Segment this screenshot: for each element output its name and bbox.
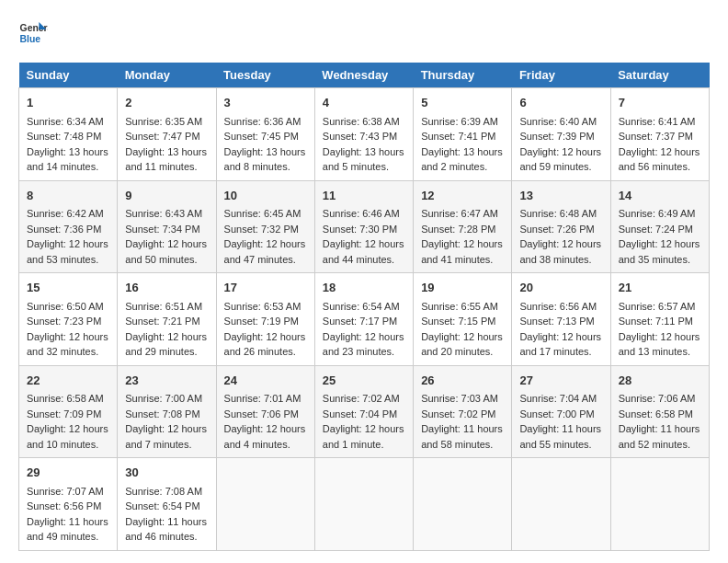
calendar-cell: 24Sunrise: 7:01 AMSunset: 7:06 PMDayligh… [216, 365, 314, 458]
daylight-text: Daylight: 12 hours and 35 minutes. [619, 238, 700, 265]
daylight-text: Daylight: 11 hours and 46 minutes. [125, 516, 207, 543]
daylight-text: Daylight: 11 hours and 49 minutes. [27, 516, 108, 543]
sunrise-text: Sunrise: 6:48 AM [519, 208, 597, 219]
daylight-text: Daylight: 11 hours and 52 minutes. [619, 423, 700, 450]
logo-icon: General Blue [18, 18, 48, 48]
day-number: 12 [421, 187, 504, 205]
day-number: 18 [323, 279, 405, 297]
calendar-cell [512, 458, 610, 551]
day-number: 19 [421, 279, 504, 297]
daylight-text: Daylight: 12 hours and 23 minutes. [323, 331, 404, 358]
sunrise-text: Sunrise: 6:41 AM [619, 116, 696, 127]
calendar-cell: 23Sunrise: 7:00 AMSunset: 7:08 PMDayligh… [118, 365, 216, 458]
day-number: 2 [125, 94, 208, 112]
week-row-5: 29Sunrise: 7:07 AMSunset: 6:56 PMDayligh… [19, 458, 710, 551]
sunset-text: Sunset: 7:48 PM [27, 131, 101, 142]
sunset-text: Sunset: 7:06 PM [224, 408, 299, 419]
calendar-cell: 28Sunrise: 7:06 AMSunset: 6:58 PMDayligh… [610, 365, 709, 458]
sunrise-text: Sunrise: 7:03 AM [421, 393, 498, 404]
day-number: 26 [421, 372, 504, 390]
daylight-text: Daylight: 13 hours and 8 minutes. [224, 146, 306, 173]
daylight-text: Daylight: 12 hours and 44 minutes. [323, 238, 404, 265]
day-number: 8 [27, 187, 109, 205]
day-header-thursday: Thursday [414, 63, 512, 88]
calendar-cell: 4Sunrise: 6:38 AMSunset: 7:43 PMDaylight… [314, 88, 413, 181]
calendar-cell: 20Sunrise: 6:56 AMSunset: 7:13 PMDayligh… [512, 273, 610, 366]
sunrise-text: Sunrise: 6:47 AM [421, 208, 498, 219]
sunrise-text: Sunrise: 6:50 AM [27, 301, 104, 312]
day-header-monday: Monday [118, 63, 216, 88]
day-number: 10 [224, 187, 307, 205]
calendar-cell: 2Sunrise: 6:35 AMSunset: 7:47 PMDaylight… [118, 88, 216, 181]
sunset-text: Sunset: 7:17 PM [323, 316, 397, 327]
calendar-cell: 6Sunrise: 6:40 AMSunset: 7:39 PMDaylight… [512, 88, 610, 181]
daylight-text: Daylight: 12 hours and 26 minutes. [224, 331, 306, 358]
calendar-cell: 30Sunrise: 7:08 AMSunset: 6:54 PMDayligh… [118, 458, 216, 551]
calendar-cell: 3Sunrise: 6:36 AMSunset: 7:45 PMDaylight… [216, 88, 314, 181]
sunset-text: Sunset: 7:47 PM [125, 131, 199, 142]
daylight-text: Daylight: 12 hours and 10 minutes. [27, 423, 108, 450]
daylight-text: Daylight: 12 hours and 4 minutes. [224, 423, 306, 450]
calendar-cell: 17Sunrise: 6:53 AMSunset: 7:19 PMDayligh… [216, 273, 314, 366]
day-number: 11 [323, 187, 405, 205]
calendar-cell [414, 458, 512, 551]
sunrise-text: Sunrise: 6:55 AM [421, 301, 498, 312]
sunset-text: Sunset: 6:54 PM [125, 500, 199, 511]
calendar-table: SundayMondayTuesdayWednesdayThursdayFrid… [18, 63, 710, 551]
day-number: 7 [619, 94, 701, 112]
daylight-text: Daylight: 12 hours and 7 minutes. [125, 423, 207, 450]
sunset-text: Sunset: 7:30 PM [323, 224, 397, 235]
sunrise-text: Sunrise: 6:42 AM [27, 208, 104, 219]
calendar-cell: 9Sunrise: 6:43 AMSunset: 7:34 PMDaylight… [118, 180, 216, 273]
sunrise-text: Sunrise: 7:07 AM [27, 486, 104, 497]
calendar-cell: 26Sunrise: 7:03 AMSunset: 7:02 PMDayligh… [414, 365, 512, 458]
sunset-text: Sunset: 7:34 PM [125, 224, 199, 235]
calendar-cell: 5Sunrise: 6:39 AMSunset: 7:41 PMDaylight… [414, 88, 512, 181]
sunrise-text: Sunrise: 6:40 AM [519, 116, 597, 127]
sunrise-text: Sunrise: 6:45 AM [224, 208, 301, 219]
sunset-text: Sunset: 7:11 PM [619, 316, 693, 327]
day-number: 30 [125, 464, 208, 482]
week-row-4: 22Sunrise: 6:58 AMSunset: 7:09 PMDayligh… [19, 365, 710, 458]
sunset-text: Sunset: 7:09 PM [27, 408, 101, 419]
sunset-text: Sunset: 7:45 PM [224, 131, 299, 142]
calendar-cell: 25Sunrise: 7:02 AMSunset: 7:04 PMDayligh… [314, 365, 413, 458]
sunrise-text: Sunrise: 7:04 AM [519, 393, 597, 404]
day-header-friday: Friday [512, 63, 610, 88]
sunrise-text: Sunrise: 7:02 AM [323, 393, 400, 404]
calendar-cell: 7Sunrise: 6:41 AMSunset: 7:37 PMDaylight… [610, 88, 709, 181]
daylight-text: Daylight: 11 hours and 58 minutes. [421, 423, 503, 450]
sunset-text: Sunset: 7:39 PM [519, 131, 594, 142]
sunrise-text: Sunrise: 7:06 AM [619, 393, 696, 404]
sunrise-text: Sunrise: 7:00 AM [125, 393, 202, 404]
daylight-text: Daylight: 12 hours and 59 minutes. [519, 146, 601, 173]
sunrise-text: Sunrise: 6:56 AM [519, 301, 597, 312]
daylight-text: Daylight: 12 hours and 38 minutes. [519, 238, 601, 265]
sunrise-text: Sunrise: 7:08 AM [125, 486, 202, 497]
sunrise-text: Sunrise: 6:43 AM [125, 208, 202, 219]
sunrise-text: Sunrise: 6:49 AM [619, 208, 696, 219]
day-number: 20 [519, 279, 602, 297]
sunset-text: Sunset: 7:02 PM [421, 408, 495, 419]
calendar-cell: 11Sunrise: 6:46 AMSunset: 7:30 PMDayligh… [314, 180, 413, 273]
daylight-text: Daylight: 12 hours and 17 minutes. [519, 331, 601, 358]
calendar-cell: 22Sunrise: 6:58 AMSunset: 7:09 PMDayligh… [19, 365, 118, 458]
day-header-wednesday: Wednesday [314, 63, 413, 88]
calendar-cell [314, 458, 413, 551]
day-number: 27 [519, 372, 602, 390]
sunrise-text: Sunrise: 6:51 AM [125, 301, 202, 312]
calendar-cell [610, 458, 709, 551]
day-number: 9 [125, 187, 208, 205]
sunset-text: Sunset: 7:26 PM [519, 224, 594, 235]
daylight-text: Daylight: 13 hours and 5 minutes. [323, 146, 404, 173]
day-number: 22 [27, 372, 109, 390]
sunset-text: Sunset: 7:23 PM [27, 316, 101, 327]
day-number: 3 [224, 94, 307, 112]
week-row-1: 1Sunrise: 6:34 AMSunset: 7:48 PMDaylight… [19, 88, 710, 181]
daylight-text: Daylight: 12 hours and 1 minute. [323, 423, 404, 450]
sunrise-text: Sunrise: 6:57 AM [619, 301, 696, 312]
day-number: 21 [619, 279, 701, 297]
svg-text:Blue: Blue [20, 34, 41, 44]
sunset-text: Sunset: 7:00 PM [519, 408, 594, 419]
calendar-cell: 15Sunrise: 6:50 AMSunset: 7:23 PMDayligh… [19, 273, 118, 366]
